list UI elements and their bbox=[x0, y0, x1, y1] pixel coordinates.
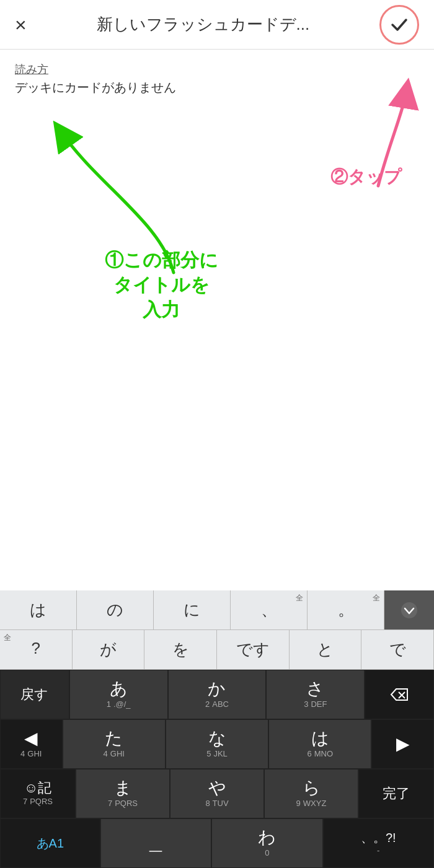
key-right-arrow-label: ▶ bbox=[396, 735, 410, 753]
suggestion-row-1: は の に 、全 。全 bbox=[0, 590, 434, 630]
suggestion-row-2: 全? が を です と で bbox=[0, 630, 434, 670]
key-row-1: 戻す あ 1.@/_ か 2ABC さ 3DEF bbox=[0, 670, 434, 719]
key-ha-label: は bbox=[311, 730, 329, 747]
key-a-sub: 1.@/_ bbox=[107, 699, 131, 709]
suggestion-と[interactable]: と bbox=[290, 630, 362, 669]
key-ta-label: た bbox=[105, 730, 123, 747]
key-ha-sub: 6MNO bbox=[307, 749, 333, 758]
suggestion-question[interactable]: 全? bbox=[0, 630, 73, 669]
key-rows: 戻す あ 1.@/_ か 2ABC さ 3DEF bbox=[0, 670, 434, 868]
key-emoji[interactable]: ☺記 7PQRS bbox=[0, 769, 76, 818]
key-ma-sub: 7PQRS bbox=[108, 799, 138, 808]
header-title: 新しいフラッシュカードデ... bbox=[37, 14, 370, 35]
key-abc-label: あA1 bbox=[37, 837, 64, 849]
key-emoji-sub: 7PQRS bbox=[23, 797, 53, 806]
chevron-down-icon bbox=[401, 602, 418, 619]
key-back-label: 戻す bbox=[20, 688, 48, 701]
key-ka[interactable]: か 2ABC bbox=[168, 670, 267, 719]
svg-text:①この部分に: ①この部分に bbox=[105, 250, 218, 270]
key-ya[interactable]: や 8TUV bbox=[170, 769, 264, 818]
key-abc[interactable]: あA1 bbox=[0, 818, 100, 868]
key-row-2: ◀ 4GHI た 4GHI な 5JKL は 6MNO ▶ bbox=[0, 719, 434, 769]
key-punctuation-label: 、。?! bbox=[361, 831, 396, 844]
svg-text:入力: 入力 bbox=[142, 299, 180, 320]
key-sa-label: さ bbox=[306, 680, 324, 698]
suggestion-を[interactable]: を bbox=[144, 630, 217, 669]
content-area: 読み方 デッキにカードがありません ①この部分に タイトルを 入力 ②タップ bbox=[0, 50, 434, 558]
suggestion-collapse-button[interactable] bbox=[384, 590, 434, 629]
close-button[interactable]: × bbox=[15, 15, 27, 35]
key-right-arrow[interactable]: ▶ bbox=[371, 719, 434, 769]
key-a-label: あ bbox=[110, 680, 128, 698]
key-punctuation-sub: - bbox=[377, 846, 379, 855]
suggestion-に[interactable]: に bbox=[154, 590, 231, 629]
key-ka-sub: 2ABC bbox=[205, 699, 229, 709]
key-row-3: ☺記 7PQRS ま 7PQRS や 8TUV ら 9WXYZ 完了 bbox=[0, 769, 434, 818]
key-sa[interactable]: さ 3DEF bbox=[266, 670, 365, 719]
key-emoji-label: ☺記 bbox=[24, 781, 51, 795]
key-left-arrow[interactable]: ◀ 4GHI bbox=[0, 719, 63, 769]
key-row-4: あA1 ＿ わ 0 、。?! - bbox=[0, 818, 434, 868]
key-ya-label: や bbox=[208, 779, 226, 797]
key-ma[interactable]: ま 7PQRS bbox=[76, 769, 170, 818]
key-a[interactable]: あ 1.@/_ bbox=[69, 670, 168, 719]
suggestion-です[interactable]: です bbox=[217, 630, 290, 669]
key-ma-label: ま bbox=[114, 779, 132, 797]
suggestion-が[interactable]: が bbox=[73, 630, 145, 669]
check-icon bbox=[389, 15, 409, 35]
key-na[interactable]: な 5JKL bbox=[166, 719, 268, 769]
svg-point-4 bbox=[401, 602, 417, 618]
key-done-label: 完了 bbox=[383, 787, 410, 800]
suggestion-comma[interactable]: 、全 bbox=[231, 590, 308, 629]
backspace-icon bbox=[390, 688, 409, 701]
key-ya-sub: 8TUV bbox=[205, 799, 228, 808]
key-ra[interactable]: ら 9WXYZ bbox=[264, 769, 358, 818]
key-ra-label: ら bbox=[303, 779, 321, 797]
key-wa[interactable]: わ 0 bbox=[211, 818, 322, 868]
key-ra-sub: 9WXYZ bbox=[296, 799, 327, 808]
key-ha[interactable]: は 6MNO bbox=[268, 719, 371, 769]
deck-info: デッキにカードがありません bbox=[15, 79, 419, 96]
key-left-sub: 4GHI bbox=[20, 749, 42, 758]
key-backspace[interactable] bbox=[365, 670, 434, 719]
key-ka-label: か bbox=[208, 680, 226, 698]
key-ta-sub: 4GHI bbox=[104, 749, 125, 758]
key-back[interactable]: 戻す bbox=[0, 670, 69, 719]
key-sa-sub: 3DEF bbox=[304, 699, 327, 709]
svg-text:②タップ: ②タップ bbox=[330, 167, 402, 186]
suggestion-は[interactable]: は bbox=[0, 590, 77, 629]
key-ta[interactable]: た 4GHI bbox=[63, 719, 166, 769]
keyboard: は の に 、全 。全 全? が を です と で 戻す bbox=[0, 590, 434, 868]
reading-label: 読み方 bbox=[15, 62, 419, 77]
suggestion-の[interactable]: の bbox=[77, 590, 154, 629]
key-na-sub: 5JKL bbox=[206, 749, 228, 758]
key-punctuation[interactable]: 、。?! - bbox=[323, 818, 434, 868]
key-left-arrow-label: ◀ bbox=[24, 730, 38, 747]
svg-text:タイトルを: タイトルを bbox=[113, 274, 210, 295]
key-done[interactable]: 完了 bbox=[358, 769, 434, 818]
header: × 新しいフラッシュカードデ... bbox=[0, 0, 434, 50]
annotation-svg: ①この部分に タイトルを 入力 ②タップ bbox=[0, 50, 434, 558]
key-space-label: ＿ bbox=[146, 834, 165, 853]
key-wa-sub: 0 bbox=[265, 848, 269, 857]
suggestion-period[interactable]: 。全 bbox=[308, 590, 384, 629]
key-space[interactable]: ＿ bbox=[100, 818, 211, 868]
key-na-label: な bbox=[208, 730, 226, 747]
confirm-button[interactable] bbox=[379, 5, 419, 45]
key-wa-label: わ bbox=[258, 829, 276, 846]
suggestion-で[interactable]: で bbox=[361, 630, 434, 669]
